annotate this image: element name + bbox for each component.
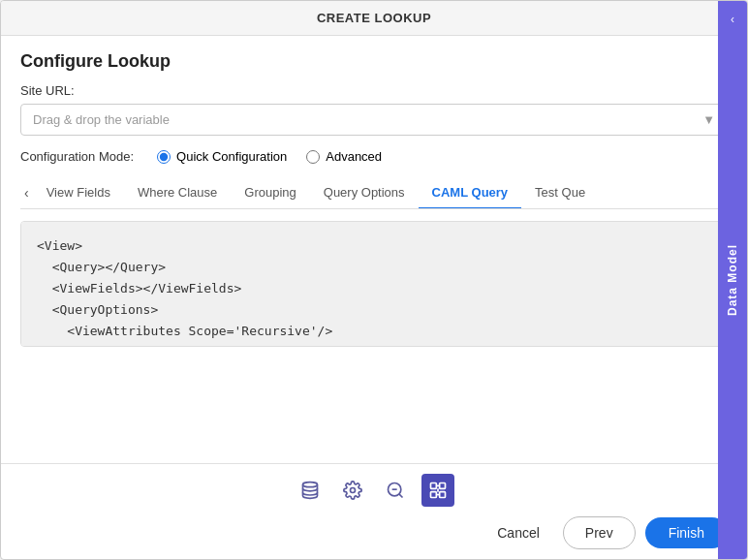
toolbar-icons xyxy=(20,474,728,507)
title-bar: CREATE LOOKUP × xyxy=(1,1,747,36)
tabs-list: View Fields Where Clause Grouping Query … xyxy=(33,177,716,208)
advanced-label: Advanced xyxy=(326,149,382,164)
gear-icon xyxy=(343,481,362,500)
database-icon xyxy=(300,481,320,500)
data-model-side-panel[interactable]: ‹ Data Model xyxy=(718,1,747,559)
side-panel-label: Data Model xyxy=(726,244,739,316)
prev-button[interactable]: Prev xyxy=(563,516,636,549)
create-lookup-dialog: CREATE LOOKUP × Configure Lookup Site UR… xyxy=(0,0,748,560)
footer-actions: Cancel Prev Finish xyxy=(20,516,728,549)
settings-icon-button[interactable] xyxy=(336,474,369,507)
site-url-dropdown[interactable]: Drag & drop the variable ▼ xyxy=(20,104,728,136)
config-mode-row: Configuration Mode: Quick Configuration … xyxy=(20,149,728,164)
site-url-label: Site URL: xyxy=(20,83,728,98)
data-model-icon-button[interactable] xyxy=(421,474,454,507)
svg-point-0 xyxy=(303,482,318,487)
zoom-out-icon xyxy=(386,481,405,500)
dialog-title: CREATE LOOKUP xyxy=(317,11,431,25)
section-title: Configure Lookup xyxy=(20,51,728,72)
tab-query-options[interactable]: Query Options xyxy=(310,177,419,208)
tab-where-clause[interactable]: Where Clause xyxy=(124,177,231,208)
tab-test-que[interactable]: Test Que xyxy=(521,177,599,208)
footer-toolbar: Cancel Prev Finish xyxy=(1,463,747,559)
finish-button[interactable]: Finish xyxy=(645,517,728,548)
database-icon-button[interactable] xyxy=(294,474,327,507)
quick-config-radio[interactable] xyxy=(157,150,171,164)
caml-code-content: <View> <Query></Query> <ViewFields></Vie… xyxy=(37,235,711,347)
advanced-radio[interactable] xyxy=(306,150,320,164)
code-area: <View> <Query></Query> <ViewFields></Vie… xyxy=(20,221,728,347)
zoom-out-icon-button[interactable] xyxy=(379,474,412,507)
tab-caml-query[interactable]: CAML Query xyxy=(419,177,522,208)
advanced-option[interactable]: Advanced xyxy=(306,149,382,164)
config-mode-label: Configuration Mode: xyxy=(20,149,134,164)
quick-config-label: Quick Configuration xyxy=(176,149,287,164)
dialog-content: Configure Lookup Site URL: Drag & drop t… xyxy=(1,36,747,463)
svg-rect-5 xyxy=(431,483,437,489)
tab-grouping[interactable]: Grouping xyxy=(231,177,309,208)
svg-point-1 xyxy=(351,488,356,493)
site-url-placeholder: Drag & drop the variable xyxy=(33,112,170,127)
tab-view-fields[interactable]: View Fields xyxy=(33,177,124,208)
tabs-container: ‹ View Fields Where Clause Grouping Quer… xyxy=(20,177,728,209)
quick-config-option[interactable]: Quick Configuration xyxy=(157,149,287,164)
dropdown-arrow-icon: ▼ xyxy=(702,112,715,127)
tab-scroll-left[interactable]: ‹ xyxy=(20,179,33,206)
data-model-icon xyxy=(428,481,448,500)
svg-rect-7 xyxy=(440,492,446,498)
side-panel-arrow-icon: ‹ xyxy=(731,13,734,26)
svg-line-3 xyxy=(399,494,403,498)
svg-rect-6 xyxy=(440,483,446,489)
svg-rect-8 xyxy=(431,492,437,498)
cancel-button[interactable]: Cancel xyxy=(483,517,553,548)
